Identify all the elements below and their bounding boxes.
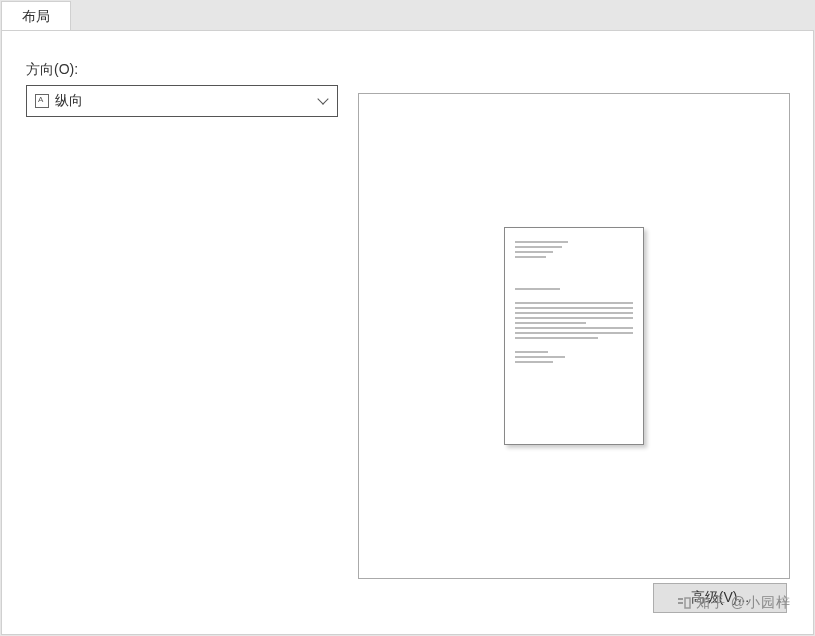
orientation-value: 纵向 [55,92,317,110]
advanced-button[interactable]: 高级(V)... [653,583,787,613]
tab-layout-label: 布局 [22,8,50,26]
tab-bar: 布局 [0,0,815,31]
orientation-dropdown[interactable]: 纵向 [26,85,338,117]
tab-layout[interactable]: 布局 [1,1,71,31]
advanced-button-label: 高级(V)... [691,589,749,607]
page-preview [504,227,644,445]
chevron-down-icon [317,95,329,107]
portrait-page-icon [35,94,49,108]
preview-panel [358,93,790,579]
orientation-panel: 方向(O): 纵向 [26,61,341,117]
content-area: 方向(O): 纵向 [1,30,814,635]
orientation-label: 方向(O): [26,61,341,79]
